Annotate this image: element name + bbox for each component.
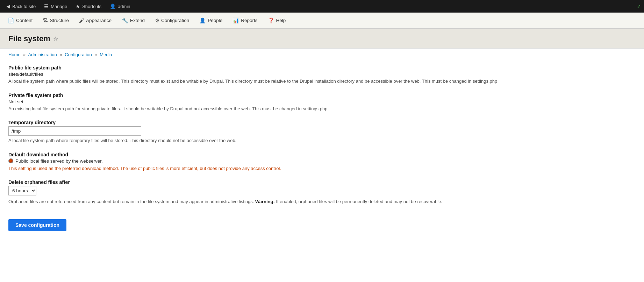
- download-radio-description: This setting is used as the preferred do…: [8, 165, 551, 172]
- back-to-site-button[interactable]: ◀ Back to site: [3, 0, 39, 13]
- private-path-label: Private file system path: [8, 92, 551, 98]
- breadcrumb-administration[interactable]: Administration: [28, 52, 57, 57]
- temp-directory-label: Temporary directory: [8, 120, 551, 125]
- private-path-value: Not set: [8, 99, 551, 104]
- public-path-value: sites/default/files: [8, 72, 551, 77]
- breadcrumb: Home » Administration » Configuration » …: [0, 49, 644, 59]
- content-nav-icon: 📄: [8, 17, 14, 24]
- download-radio-button[interactable]: [8, 158, 13, 163]
- reports-nav-icon: 📊: [232, 17, 239, 24]
- user-icon: 👤: [110, 3, 116, 9]
- breadcrumb-sep-2: »: [59, 52, 62, 57]
- temp-directory-group: Temporary directory A local file system …: [8, 120, 551, 144]
- back-icon: ◀: [6, 3, 10, 9]
- private-path-group: Private file system path Not set An exis…: [8, 92, 551, 112]
- favorite-star-icon[interactable]: ☆: [53, 36, 58, 42]
- public-path-label: Public file system path: [8, 65, 551, 70]
- delete-orphaned-group: Delete orphaned files after 1 hour 6 hou…: [8, 179, 551, 205]
- menu-icon: ☰: [44, 3, 49, 9]
- delete-orphaned-warning: Warning:: [255, 199, 275, 204]
- temp-directory-input[interactable]: [8, 126, 141, 136]
- manage-button[interactable]: ☰ Manage: [41, 0, 71, 13]
- page-title: File system ☆: [8, 34, 636, 43]
- delete-orphaned-warning-text: If enabled, orphaned files will be perma…: [276, 199, 442, 204]
- star-nav-icon: ★: [76, 3, 80, 9]
- nav-configuration[interactable]: ⚙ Configuration: [150, 13, 194, 29]
- public-path-description: A local file system path where public fi…: [8, 78, 551, 85]
- nav-people[interactable]: 👤 People: [194, 13, 228, 29]
- breadcrumb-sep-1: »: [23, 52, 26, 57]
- breadcrumb-sep-3: »: [94, 52, 97, 57]
- nav-appearance[interactable]: 🖌 Appearance: [74, 13, 117, 29]
- delete-orphaned-select[interactable]: 1 hour 6 hours 1 day 1 week Never: [8, 186, 36, 195]
- default-download-group: Default download method Public local fil…: [8, 152, 551, 172]
- people-nav-icon: 👤: [199, 17, 206, 24]
- public-path-group: Public file system path sites/default/fi…: [8, 65, 551, 85]
- checkmark-icon: ✓: [637, 3, 641, 10]
- delete-orphaned-label: Delete orphaned files after: [8, 179, 551, 185]
- help-nav-icon: ❓: [268, 17, 274, 24]
- temp-directory-description: A local file system path where temporary…: [8, 137, 551, 144]
- shortcuts-button[interactable]: ★ Shortcuts: [72, 0, 105, 13]
- secondary-nav: 📄 Content 🏗 Structure 🖌 Appearance 🔧 Ext…: [0, 13, 644, 29]
- download-radio-label: Public local files served by the webserv…: [15, 158, 103, 164]
- private-path-description: An existing local file system path for s…: [8, 105, 551, 112]
- nav-content[interactable]: 📄 Content: [3, 13, 38, 29]
- nav-structure[interactable]: 🏗 Structure: [38, 13, 74, 29]
- admin-bar: ◀ Back to site ☰ Manage ★ Shortcuts 👤 ad…: [0, 0, 644, 13]
- nav-help[interactable]: ❓ Help: [263, 13, 291, 29]
- main-content: Public file system path sites/default/fi…: [0, 59, 559, 245]
- save-configuration-button[interactable]: Save configuration: [8, 219, 66, 231]
- download-radio-group: Public local files served by the webserv…: [8, 158, 551, 164]
- nav-reports[interactable]: 📊 Reports: [228, 13, 263, 29]
- appearance-nav-icon: 🖌: [79, 17, 84, 23]
- structure-nav-icon: 🏗: [43, 17, 48, 23]
- configuration-nav-icon: ⚙: [155, 17, 159, 24]
- breadcrumb-configuration[interactable]: Configuration: [65, 52, 92, 57]
- page-header: File system ☆: [0, 29, 644, 49]
- nav-extend[interactable]: 🔧 Extend: [117, 13, 150, 29]
- breadcrumb-media[interactable]: Media: [100, 52, 112, 57]
- extend-nav-icon: 🔧: [122, 17, 128, 24]
- admin-user-button[interactable]: 👤 admin: [106, 0, 134, 13]
- admin-bar-right: ✓: [634, 3, 641, 10]
- delete-orphaned-description: Orphaned files are not referenced from a…: [8, 198, 551, 205]
- breadcrumb-home[interactable]: Home: [8, 52, 21, 57]
- default-download-label: Default download method: [8, 152, 551, 157]
